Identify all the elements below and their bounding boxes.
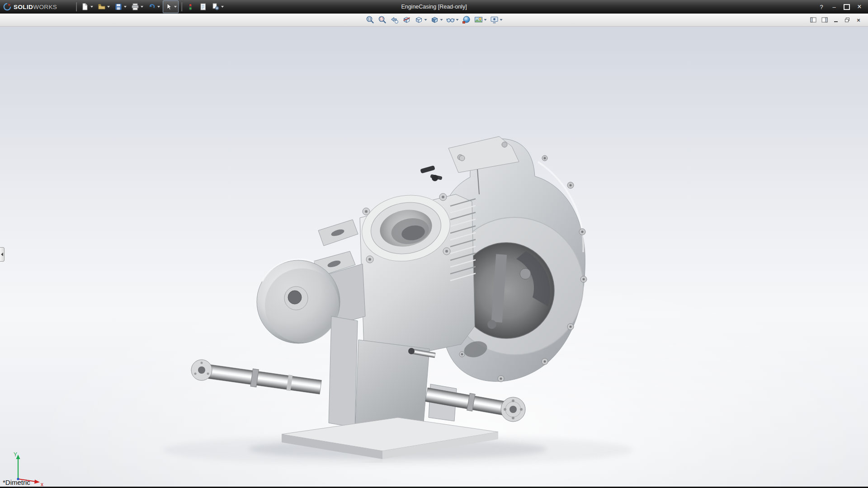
section-view-icon [402, 15, 411, 24]
view-orientation-button[interactable] [414, 14, 428, 25]
standard-toolbar [74, 0, 226, 14]
open-button[interactable] [96, 0, 112, 13]
dropdown-caret-icon [141, 6, 143, 8]
apply-scene-button[interactable] [473, 14, 488, 25]
hide-show-items-button[interactable] [445, 14, 460, 25]
maximize-icon [844, 4, 850, 10]
open-folder-icon [98, 3, 106, 11]
undo-button[interactable] [146, 0, 162, 13]
document-close-button[interactable]: × [854, 16, 863, 24]
save-floppy-icon [114, 3, 123, 11]
minimize-button[interactable]: – [829, 3, 839, 11]
options-gear-icon [212, 3, 220, 11]
view-settings-icon [490, 15, 499, 24]
display-style-cube-icon [430, 15, 439, 24]
zoom-to-fit-button[interactable] [365, 14, 376, 25]
document-restore-button[interactable] [843, 16, 851, 24]
model-reflection [191, 459, 587, 488]
dropdown-caret-icon [500, 19, 503, 21]
close-button[interactable]: × [854, 3, 864, 11]
flywheel-disc [257, 259, 340, 343]
solidworks-window: SOLIDWORKS [0, 0, 868, 488]
select-tool-button[interactable] [163, 0, 179, 13]
select-cursor-icon [165, 3, 173, 11]
options-button[interactable] [210, 0, 226, 13]
titlebar: SOLIDWORKS [0, 0, 868, 14]
edit-appearance-button[interactable] [461, 14, 472, 25]
dropdown-caret-icon [174, 6, 177, 8]
edit-appearance-ball-icon [462, 15, 471, 24]
dropdown-caret-icon [221, 6, 224, 8]
window-controls: ? – × [816, 3, 868, 11]
left-shaft [198, 361, 322, 396]
view-settings-button[interactable] [489, 14, 504, 25]
save-button[interactable] [113, 0, 128, 13]
previous-view-button[interactable] [389, 14, 400, 25]
dropdown-caret-icon [124, 6, 127, 8]
maximize-button[interactable] [842, 3, 852, 11]
3d-scene[interactable]: Y x [0, 26, 868, 488]
toolbar-separator [181, 2, 182, 11]
headsup-icon-group [365, 14, 504, 26]
collapse-arrow-icon [1, 253, 3, 256]
document-title: EngineCasing [Read-only] [401, 4, 467, 10]
rebuild-stoplight-icon [186, 3, 194, 11]
document-minimize-icon [833, 17, 839, 23]
dropdown-caret-icon [107, 6, 110, 8]
orientation-label: *Dimetric [3, 479, 30, 486]
solidworks-logo: SOLIDWORKS [0, 0, 62, 14]
file-properties-button[interactable] [197, 0, 209, 13]
toolbar-separator [76, 2, 76, 11]
headsup-view-toolbar: × [0, 14, 868, 27]
engine-casing-model[interactable] [191, 136, 587, 459]
display-style-button[interactable] [429, 14, 444, 25]
graphics-viewport[interactable]: Y x *Dimetric [0, 26, 868, 488]
undo-arrow-icon [148, 3, 156, 11]
zoom-to-fit-icon [366, 15, 375, 24]
new-document-button[interactable] [79, 0, 95, 13]
expand-pane-button[interactable] [821, 16, 829, 24]
print-button[interactable] [129, 0, 145, 13]
document-restore-icon [844, 17, 850, 23]
dropdown-caret-icon [440, 19, 443, 21]
previous-view-icon [390, 15, 399, 24]
featuremanager-collapsed-tab[interactable] [0, 247, 5, 262]
document-window-controls: × [809, 14, 863, 26]
dropdown-caret-icon [456, 19, 459, 21]
document-minimize-button[interactable] [832, 16, 840, 24]
brand-name-bold: SOLID [14, 4, 33, 10]
zoom-to-area-button[interactable] [377, 14, 388, 25]
triad-x-arrow-icon [34, 480, 40, 484]
brand-name-light: WORKS [33, 4, 57, 10]
expand-pane-icon [821, 17, 828, 23]
new-document-icon [81, 3, 89, 11]
rebuild-button[interactable] [184, 0, 196, 13]
dropdown-caret-icon [157, 6, 160, 8]
dropdown-caret-icon [425, 19, 427, 21]
dropdown-caret-icon [484, 19, 487, 21]
collapse-pane-icon [810, 17, 816, 23]
collapse-pane-button[interactable] [809, 16, 817, 24]
dropdown-caret-icon [90, 6, 93, 8]
apply-scene-icon [474, 15, 483, 24]
brand-name: SOLIDWORKS [14, 4, 57, 10]
ds-logo-icon [3, 3, 11, 11]
hide-show-glasses-icon [446, 15, 455, 24]
zoom-to-area-icon [378, 15, 387, 24]
print-icon [131, 3, 139, 11]
help-button[interactable]: ? [816, 3, 826, 11]
view-orientation-cube-icon [415, 15, 424, 24]
file-properties-icon [199, 3, 207, 11]
section-view-button[interactable] [401, 14, 412, 25]
triad-y-label: Y [14, 451, 17, 458]
